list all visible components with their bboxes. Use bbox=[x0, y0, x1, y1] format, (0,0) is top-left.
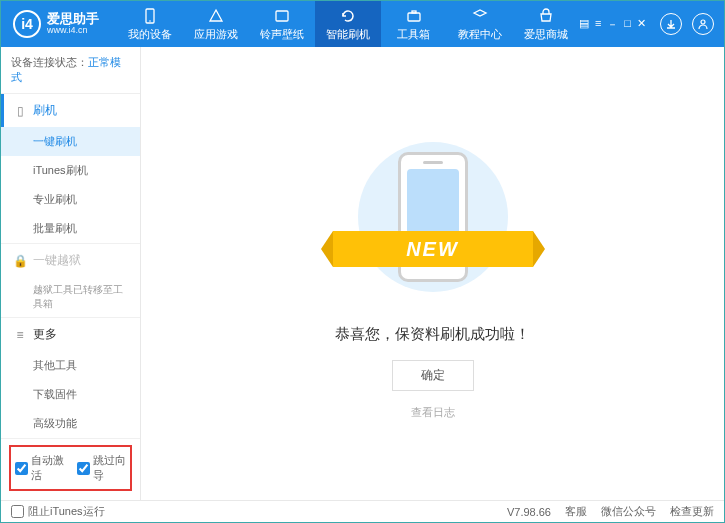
sidebar-header-label: 更多 bbox=[33, 326, 57, 343]
block-itunes-checkbox[interactable] bbox=[11, 505, 24, 518]
option-label: 自动激活 bbox=[31, 453, 65, 483]
nav-flash[interactable]: 智能刷机 bbox=[315, 1, 381, 47]
svg-rect-4 bbox=[412, 11, 416, 13]
close-icon[interactable]: ✕ bbox=[637, 17, 646, 32]
nav-tutorials[interactable]: 教程中心 bbox=[447, 1, 513, 47]
sidebar-header-flash[interactable]: ▯ 刷机 bbox=[1, 94, 140, 127]
sidebar-header-more[interactable]: ≡ 更多 bbox=[1, 318, 140, 351]
minimize-icon[interactable]: － bbox=[607, 17, 618, 32]
flash-icon bbox=[339, 7, 357, 25]
nav-label: 应用游戏 bbox=[194, 27, 238, 42]
nav-label: 教程中心 bbox=[458, 27, 502, 42]
wechat-link[interactable]: 微信公众号 bbox=[601, 504, 656, 519]
customer-service-link[interactable]: 客服 bbox=[565, 504, 587, 519]
sidebar-item-advanced[interactable]: 高级功能 bbox=[1, 409, 140, 438]
logo-area: i4 爱思助手 www.i4.cn bbox=[1, 10, 117, 38]
logo-icon: i4 bbox=[13, 10, 41, 38]
apps-icon bbox=[207, 7, 225, 25]
nav-ringtones[interactable]: 铃声壁纸 bbox=[249, 1, 315, 47]
status-label: 设备连接状态： bbox=[11, 56, 88, 68]
svg-rect-2 bbox=[276, 11, 288, 21]
option-skip-guide[interactable]: 跳过向导 bbox=[77, 453, 127, 483]
lock-icon: 🔒 bbox=[13, 254, 27, 268]
check-update-link[interactable]: 检查更新 bbox=[670, 504, 714, 519]
main-content: NEW 恭喜您，保资料刷机成功啦！ 确定 查看日志 bbox=[141, 47, 724, 500]
version-label: V7.98.66 bbox=[507, 506, 551, 518]
toolbox-icon bbox=[405, 7, 423, 25]
success-illustration: NEW bbox=[353, 127, 513, 307]
maximize-icon[interactable]: □ bbox=[624, 17, 631, 32]
phone-icon: ▯ bbox=[13, 104, 27, 118]
user-icon[interactable] bbox=[692, 13, 714, 35]
option-auto-activate[interactable]: 自动激活 bbox=[15, 453, 65, 483]
sidebar-header-label: 一键越狱 bbox=[33, 252, 81, 269]
sidebar-item-batch-flash[interactable]: 批量刷机 bbox=[1, 214, 140, 243]
nav-label: 爱思商城 bbox=[524, 27, 568, 42]
app-subtitle: www.i4.cn bbox=[47, 26, 99, 36]
nav-store[interactable]: 爱思商城 bbox=[513, 1, 579, 47]
options-highlight-box: 自动激活 跳过向导 bbox=[9, 445, 132, 491]
sidebar-item-pro-flash[interactable]: 专业刷机 bbox=[1, 185, 140, 214]
more-icon: ≡ bbox=[13, 328, 27, 342]
sidebar-header-label: 刷机 bbox=[33, 102, 57, 119]
nav-apps[interactable]: 应用游戏 bbox=[183, 1, 249, 47]
nav-label: 铃声壁纸 bbox=[260, 27, 304, 42]
svg-point-1 bbox=[149, 20, 151, 22]
sidebar-header-jailbreak[interactable]: 🔒 一键越狱 bbox=[1, 244, 140, 277]
sidebar-item-itunes-flash[interactable]: iTunes刷机 bbox=[1, 156, 140, 185]
device-info[interactable]: ▯ iPhone 12 mini 64GB Down-12mini-13,1 bbox=[1, 497, 140, 500]
store-icon bbox=[537, 7, 555, 25]
connection-status: 设备连接状态：正常模式 bbox=[1, 47, 140, 94]
nav-my-device[interactable]: 我的设备 bbox=[117, 1, 183, 47]
download-icon[interactable] bbox=[660, 13, 682, 35]
tutorial-icon bbox=[471, 7, 489, 25]
nav-toolbox[interactable]: 工具箱 bbox=[381, 1, 447, 47]
footer: 阻止iTunes运行 V7.98.66 客服 微信公众号 检查更新 bbox=[1, 500, 724, 522]
app-title: 爱思助手 bbox=[47, 12, 99, 26]
sidebar: 设备连接状态：正常模式 ▯ 刷机 一键刷机 iTunes刷机 专业刷机 批量刷机… bbox=[1, 47, 141, 500]
svg-rect-3 bbox=[408, 13, 420, 21]
titlebar: i4 爱思助手 www.i4.cn 我的设备 应用游戏 铃声壁纸 智能刷机 工具… bbox=[1, 1, 724, 47]
device-icon bbox=[141, 7, 159, 25]
block-itunes-option[interactable]: 阻止iTunes运行 bbox=[11, 504, 105, 519]
new-banner: NEW bbox=[333, 231, 533, 267]
sidebar-item-oneclick-flash[interactable]: 一键刷机 bbox=[1, 127, 140, 156]
sidebar-item-other-tools[interactable]: 其他工具 bbox=[1, 351, 140, 380]
ok-button[interactable]: 确定 bbox=[392, 360, 474, 391]
nav-label: 智能刷机 bbox=[326, 27, 370, 42]
window-controls: ▤ ≡ － □ ✕ bbox=[579, 13, 724, 35]
nav-label: 我的设备 bbox=[128, 27, 172, 42]
settings-icon[interactable]: ≡ bbox=[595, 17, 601, 32]
main-nav: 我的设备 应用游戏 铃声壁纸 智能刷机 工具箱 教程中心 爱思商城 bbox=[117, 1, 579, 47]
svg-point-5 bbox=[701, 20, 705, 24]
view-log-link[interactable]: 查看日志 bbox=[411, 405, 455, 420]
menu-icon[interactable]: ▤ bbox=[579, 17, 589, 32]
skip-guide-checkbox[interactable] bbox=[77, 462, 90, 475]
block-itunes-label: 阻止iTunes运行 bbox=[28, 504, 105, 519]
jailbreak-note: 越狱工具已转移至工具箱 bbox=[1, 277, 140, 317]
auto-activate-checkbox[interactable] bbox=[15, 462, 28, 475]
nav-label: 工具箱 bbox=[397, 27, 430, 42]
success-message: 恭喜您，保资料刷机成功啦！ bbox=[335, 325, 530, 344]
option-label: 跳过向导 bbox=[93, 453, 127, 483]
wallpaper-icon bbox=[273, 7, 291, 25]
sidebar-item-download-firmware[interactable]: 下载固件 bbox=[1, 380, 140, 409]
